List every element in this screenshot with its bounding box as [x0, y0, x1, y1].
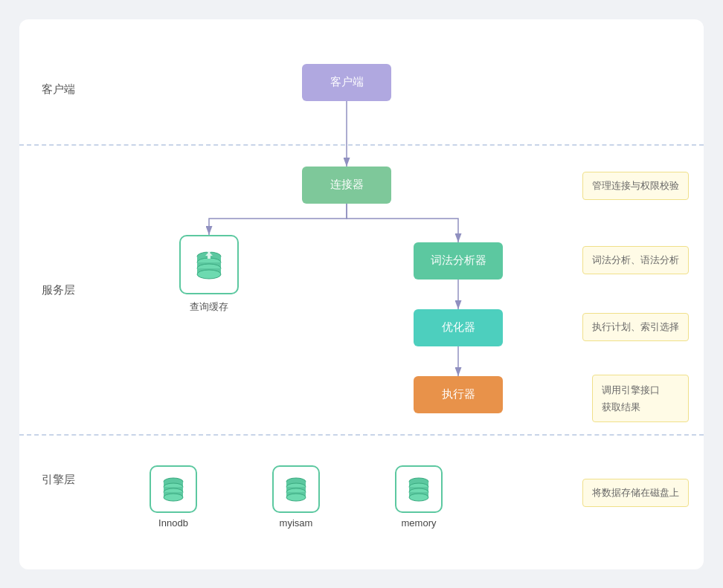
engine-memory-icon — [395, 465, 443, 513]
client-box: 客户端 — [302, 64, 391, 101]
layer-engine-label: 引擎层 — [42, 473, 75, 487]
engine-memory-label: memory — [402, 517, 437, 529]
analyzer-box: 词法分析器 — [414, 242, 503, 280]
engine-myisam-group: myisam — [272, 465, 320, 529]
connector-box: 连接器 — [302, 167, 391, 204]
query-cache-box — [179, 235, 239, 294]
svg-point-33 — [409, 494, 428, 501]
svg-point-19 — [164, 494, 183, 501]
diagram-container: 客户端 服务层 引擎层 客户端 连接器 — [19, 19, 704, 569]
engine-myisam-label: myisam — [280, 517, 313, 529]
note-executor: 调用引擎接口 获取结果 — [592, 375, 689, 423]
engine-memory-group: memory — [395, 465, 443, 529]
layer-service-label: 服务层 — [42, 283, 75, 297]
query-cache-label: 查询缓存 — [164, 300, 254, 314]
engine-innodb-icon — [150, 465, 197, 513]
layer-client-label: 客户端 — [42, 83, 75, 97]
engine-myisam-icon — [272, 465, 320, 513]
note-engine: 将数据存储在磁盘上 — [582, 479, 689, 508]
optimizer-box: 优化器 — [414, 309, 503, 346]
engine-innodb-label: Innodb — [158, 517, 188, 529]
executor-box: 执行器 — [414, 376, 503, 413]
note-optimizer: 执行计划、索引选择 — [582, 313, 689, 342]
query-cache-icon — [190, 246, 228, 283]
note-analyzer: 词法分析、语法分析 — [582, 246, 689, 275]
note-connector: 管理连接与权限校验 — [582, 172, 689, 201]
svg-point-10 — [197, 270, 221, 279]
svg-point-26 — [286, 494, 306, 501]
engine-innodb-group: Innodb — [150, 465, 197, 529]
